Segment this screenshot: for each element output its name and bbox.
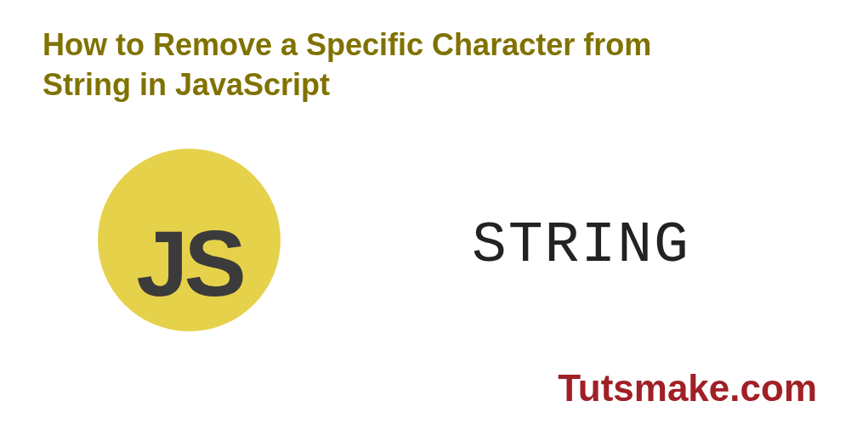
brand-name: Tutsmake.com — [558, 367, 817, 410]
string-label: STRING — [472, 212, 690, 278]
js-logo-text: JS — [136, 217, 242, 310]
js-logo-icon: JS — [98, 149, 281, 331]
page-title: How to Remove a Specific Character from … — [43, 25, 740, 105]
